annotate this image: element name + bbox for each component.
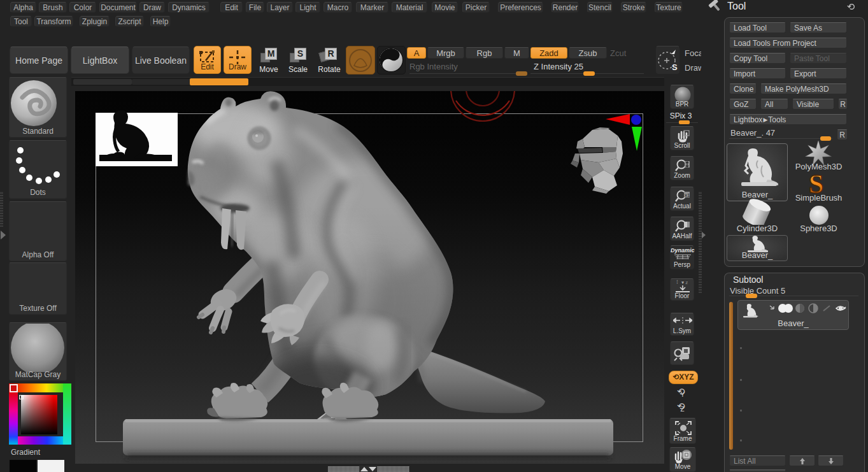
svg-text:S: S — [672, 62, 678, 72]
svg-text:S: S — [809, 173, 823, 195]
svg-text:x1: x1 — [685, 192, 690, 198]
